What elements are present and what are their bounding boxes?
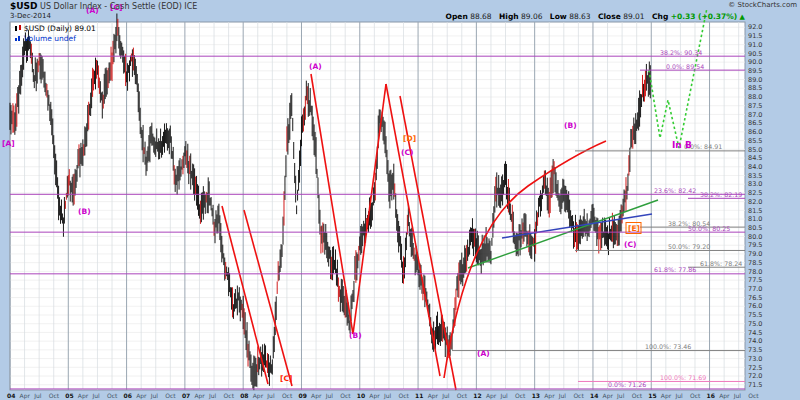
fib-label: 50.0%: 79.20 — [668, 243, 710, 250]
y-axis-tick: 90.0 — [748, 58, 762, 66]
y-axis-tick: 88.5 — [748, 84, 762, 92]
x-axis-tick: 11 — [415, 392, 423, 399]
x-axis-tick: 08 — [240, 392, 248, 399]
x-axis-tick: Apr — [78, 392, 89, 400]
x-axis-tick: Jul — [383, 392, 392, 400]
wave-label: In B — [672, 140, 692, 150]
high-label: High — [499, 12, 519, 21]
y-axis-tick: 78.0 — [748, 268, 762, 276]
x-axis-tick: 04 — [7, 392, 15, 399]
wave-label: [E] — [628, 224, 640, 233]
fib-label: 0.0%: 84.91 — [684, 143, 722, 150]
x-axis-tick: Oct — [340, 392, 351, 399]
legend-series-row: $USD (Daily) 89.01 — [14, 24, 96, 34]
y-axis-tick: 91.0 — [748, 41, 762, 49]
red-wave-b-line — [353, 84, 386, 334]
y-axis-tick: 88.0 — [748, 93, 762, 101]
y-axis-tick: 78.5 — [748, 259, 762, 267]
plot-area — [10, 22, 745, 390]
wave-label: [D] — [403, 134, 416, 143]
blue-support-line — [502, 214, 652, 238]
wave-label: [A] — [2, 139, 15, 148]
wave-label: (A) — [309, 62, 322, 71]
y-axis-tick: 81.5 — [748, 207, 762, 215]
chart-date: 3-Dec-2014 — [10, 12, 51, 20]
x-axis-tick: Apr — [486, 392, 497, 400]
up-arrow-icon: ▲ — [740, 13, 745, 21]
y-axis-tick: 74.0 — [748, 337, 762, 345]
red-arc-trendline — [444, 141, 606, 378]
y-axis-tick: 77.0 — [748, 285, 762, 293]
y-axis-tick: 85.0 — [748, 146, 762, 154]
copyright-text: © StockCharts.com — [728, 1, 797, 9]
legend-series-label: $USD (Daily) 89.01 — [24, 24, 96, 33]
x-axis-tick: Jul — [558, 392, 567, 400]
green-support-line — [468, 200, 658, 268]
low-value: 88.63 — [569, 12, 590, 21]
wave-label: (A) — [477, 349, 490, 358]
low-label: Low — [550, 12, 567, 21]
fib-label: 0.0%: 71.26 — [608, 381, 646, 388]
wave-label: (C) — [624, 240, 636, 249]
y-axis-tick: 73.5 — [748, 346, 762, 354]
x-axis-tick: 14 — [590, 392, 598, 399]
close-label: Close — [598, 12, 621, 21]
x-axis-tick: Apr — [661, 392, 672, 400]
x-axis-tick: 07 — [182, 392, 190, 399]
x-axis-tick: Oct — [282, 392, 293, 399]
red-wave-c-line — [386, 84, 440, 376]
candlestick-icon — [14, 24, 22, 34]
wave-label: (B) — [564, 121, 577, 130]
x-axis-tick: Apr — [311, 392, 322, 400]
x-axis-tick: Oct — [398, 392, 409, 399]
x-axis-tick: Jul — [500, 392, 509, 400]
x-axis-tick: Apr — [603, 392, 614, 400]
x-axis-tick: Apr — [20, 392, 31, 400]
x-axis-tick: Jul — [733, 392, 742, 400]
wave-label: (C) — [401, 148, 413, 157]
x-axis-tick: Apr — [719, 392, 730, 400]
x-axis-tick: Oct — [515, 392, 526, 399]
x-axis-tick: 13 — [532, 392, 540, 399]
x-axis-tick: Oct — [748, 392, 759, 399]
x-axis-tick: 06 — [124, 392, 132, 399]
fib-label: 38.2%: 80.54 — [668, 220, 710, 227]
y-axis-tick: 86.5 — [748, 119, 762, 127]
y-axis-tick: 73.0 — [748, 355, 762, 363]
wave-label: (B) — [78, 207, 91, 216]
x-axis-tick: Oct — [690, 392, 701, 399]
y-axis-tick: 80.5 — [748, 224, 762, 232]
y-axis-tick: 76.5 — [748, 294, 762, 302]
y-axis-tick: 83.0 — [748, 180, 762, 188]
y-axis-tick: 84.5 — [748, 154, 762, 162]
wave-label: (B) — [349, 331, 362, 340]
ohlc-quote-bar: Open 88.68 High 89.06 Low 88.63 Close 89… — [441, 12, 745, 21]
y-axis-tick: 84.0 — [748, 163, 762, 171]
x-axis-tick: Jul — [674, 392, 683, 400]
x-axis-tick: Jul — [441, 392, 450, 400]
x-axis-tick: Jul — [325, 392, 334, 400]
fib-label: 100.0%: 71.69 — [660, 374, 706, 381]
y-axis-tick: 87.0 — [748, 111, 762, 119]
x-axis-tick: Oct — [632, 392, 643, 399]
price-chart: 92.091.591.090.590.089.589.088.588.087.5… — [0, 0, 800, 400]
wave-label: [C] — [280, 374, 292, 383]
x-axis-tick: 15 — [648, 392, 656, 399]
wave-label-box — [626, 223, 641, 234]
x-axis-tick: 12 — [473, 392, 481, 399]
y-axis-tick: 77.5 — [748, 276, 762, 284]
x-axis-tick: Oct — [49, 392, 60, 399]
x-axis-tick: Apr — [194, 392, 205, 400]
chg-label: Chg — [652, 12, 668, 21]
x-axis-tick: Oct — [224, 392, 235, 399]
x-axis-tick: 10 — [357, 392, 365, 399]
y-axis-tick: 81.0 — [748, 215, 762, 223]
plot-legend: $USD (Daily) 89.01 Volume undef — [14, 24, 96, 44]
ticker-description: US Dollar Index - Cash Settle (EOD) ICE — [40, 2, 197, 11]
x-axis-tick: Jul — [208, 392, 217, 400]
legend-volume-row: Volume undef — [14, 34, 96, 44]
y-axis-tick: 74.5 — [748, 329, 762, 337]
y-axis-tick: 89.5 — [748, 67, 762, 75]
open-label: Open — [446, 12, 468, 21]
x-axis-tick: Jul — [266, 392, 275, 400]
